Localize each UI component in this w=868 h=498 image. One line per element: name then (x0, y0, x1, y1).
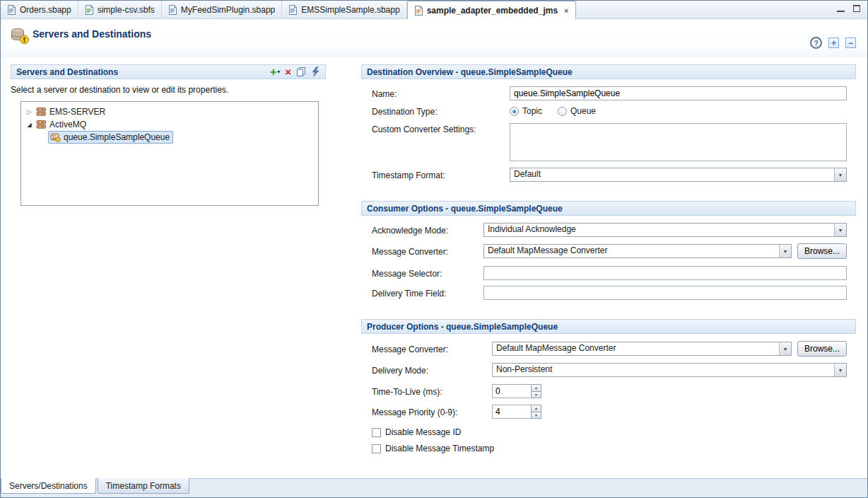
chevron-down-icon[interactable]: ▼ (834, 168, 846, 181)
destination-overview-section: Destination Overview - queue.SimpleSampl… (361, 64, 856, 182)
consumer-message-converter-label: Message Converter: (372, 245, 483, 257)
message-selector-label: Message Selector: (372, 267, 483, 279)
stepper-down-icon[interactable]: ▼ (531, 392, 541, 399)
chevron-down-icon[interactable]: ▼ (779, 342, 791, 355)
delete-button[interactable]: × (285, 67, 291, 77)
editor-page-tabs: Servers/Destinations Timestamp Formats (1, 478, 867, 497)
streambase-studio-window: Orders.sbapp simple-csv.sbfs MyFeedSimPl… (0, 0, 868, 498)
collapse-sections-icon[interactable]: − (845, 37, 856, 48)
time-to-live-label: Time-To-Live (ms): (372, 386, 492, 397)
message-priority-label: Message Priority (0-9): (372, 406, 492, 417)
stepper-up-icon[interactable]: ▲ (531, 405, 541, 412)
collapse-arrow-icon[interactable]: ◢ (25, 122, 33, 128)
tab-label: EMSSimpleSample.sbapp (301, 5, 399, 15)
panel-instruction: Select a server or destination to view o… (11, 85, 326, 95)
tree-item-label: EMS-SERVER (49, 107, 105, 117)
maximize-icon[interactable] (853, 5, 860, 12)
consumer-message-converter-dropdown[interactable]: Default MapMessage Converter ▼ (483, 244, 792, 258)
dropdown-value: Default MapMessage Converter (484, 245, 779, 257)
delivery-time-field-label: Delivery Time Field: (372, 287, 483, 299)
expand-arrow-icon[interactable]: ▷ (25, 108, 33, 115)
message-selector-input[interactable] (483, 266, 847, 280)
tab-myfeedsimplugin-sbapp[interactable]: MyFeedSimPlugin.sbapp (162, 1, 282, 18)
destination-overview-header: Destination Overview - queue.SimpleSampl… (361, 64, 856, 79)
acknowledge-mode-dropdown[interactable]: Individual Acknowledge ▼ (483, 223, 847, 237)
header-actions: ? + − (810, 37, 856, 49)
topic-radio[interactable] (510, 107, 519, 116)
tab-emssimplesample-sbapp[interactable]: EMSSimpleSample.sbapp (282, 1, 406, 18)
close-tab-icon[interactable]: × (564, 7, 568, 14)
queue-radio[interactable] (558, 107, 567, 116)
add-icon: + (270, 67, 276, 77)
selected-tree-item[interactable]: queue.SimpleSampleQueue (48, 131, 173, 144)
server-icon (36, 107, 47, 117)
copy-icon (296, 66, 306, 77)
destination-icon (50, 132, 61, 142)
disable-message-id-label: Disable Message ID (385, 427, 461, 437)
producer-browse-button[interactable]: Browse... (797, 341, 847, 357)
chevron-down-icon[interactable]: ▼ (834, 364, 846, 376)
copy-button[interactable] (296, 66, 306, 77)
tab-sample-adapter-embedded-jms[interactable]: sample_adapter_embedded_jms × (407, 1, 576, 19)
custom-converter-settings-label: Custom Converter Settings: (372, 123, 510, 134)
help-icon[interactable]: ? (810, 37, 822, 49)
producer-message-converter-dropdown[interactable]: Default MapMessage Converter ▼ (492, 342, 792, 356)
tab-label: Timestamp Formats (106, 481, 181, 491)
destination-type-label: Destination Type: (372, 105, 510, 117)
producer-options-section: Producer Options - queue.SimpleSampleQue… (361, 319, 856, 453)
timestamp-format-label: Timestamp Format: (372, 169, 510, 180)
lightning-icon (311, 66, 320, 77)
name-input[interactable] (510, 86, 847, 100)
dropdown-value: Default MapMessage Converter (493, 342, 779, 355)
sbapp-file-icon (288, 5, 298, 15)
tree-item-label: ActiveMQ (49, 120, 86, 129)
delivery-time-field-input[interactable] (483, 286, 847, 300)
tree-item-queue-simplesamplequeue[interactable]: queue.SimpleSampleQueue (21, 131, 318, 144)
sbapp-file-icon (7, 5, 16, 15)
tab-timestamp-formats[interactable]: Timestamp Formats (98, 478, 189, 494)
tab-simple-csv-sbfs[interactable]: simple-csv.sbfs (78, 1, 162, 18)
page-title: Servers and Destinations (33, 28, 151, 40)
minimize-icon[interactable] (837, 5, 845, 12)
section-title: Producer Options - queue.SimpleSampleQue… (367, 322, 558, 332)
expand-sections-icon[interactable]: + (828, 37, 839, 48)
tab-label: Orders.sbapp (20, 5, 71, 15)
tab-label: sample_adapter_embedded_jms (427, 6, 558, 16)
time-to-live-stepper[interactable]: ▲ ▼ (492, 384, 541, 398)
tab-orders-sbapp[interactable]: Orders.sbapp (1, 1, 78, 18)
stepper-down-icon[interactable]: ▼ (531, 412, 541, 419)
timestamp-format-dropdown[interactable]: Default ▼ (510, 168, 847, 182)
message-priority-input[interactable] (492, 405, 531, 419)
tree-item-ems-server[interactable]: ▷ EMS-SERVER (21, 105, 318, 118)
tree-item-activemq[interactable]: ◢ ActiveMQ (21, 118, 318, 131)
topic-radio-label: Topic (522, 106, 542, 116)
dropdown-value: Individual Acknowledge (484, 224, 834, 236)
queue-radio-label: Queue (570, 106, 596, 116)
chevron-down-icon[interactable]: ▼ (834, 224, 846, 236)
auto-configure-button[interactable] (311, 66, 320, 77)
properties-panel: Destination Overview - queue.SimpleSampl… (361, 64, 856, 461)
adapter-file-icon (414, 6, 423, 16)
servers-tree: ▷ EMS-SERVER ◢ ActiveMQ (20, 101, 319, 206)
consumer-options-section: Consumer Options - queue.SimpleSampleQue… (361, 201, 856, 300)
stepper-buttons: ▲ ▼ (531, 405, 541, 419)
consumer-browse-button[interactable]: Browse... (797, 243, 847, 259)
time-to-live-input[interactable] (492, 384, 531, 398)
add-server-button[interactable]: + ▾ (270, 67, 280, 77)
disable-message-id-checkbox[interactable] (372, 428, 381, 437)
tab-label: simple-csv.sbfs (98, 5, 155, 15)
stepper-up-icon[interactable]: ▲ (531, 384, 541, 392)
chevron-down-icon[interactable]: ▼ (779, 245, 791, 257)
name-label: Name: (372, 88, 510, 99)
custom-converter-settings-textarea[interactable] (510, 123, 847, 161)
add-menu-arrow-icon: ▾ (277, 69, 280, 75)
section-title: Destination Overview - queue.SimpleSampl… (367, 67, 573, 77)
producer-message-converter-label: Message Converter: (372, 343, 492, 354)
tab-label: Servers/Destinations (9, 481, 88, 491)
window-controls (837, 5, 860, 12)
delivery-mode-dropdown[interactable]: Non-Persistent ▼ (492, 363, 847, 377)
disable-message-timestamp-label: Disable Message Timestamp (385, 444, 494, 453)
message-priority-stepper[interactable]: ▲ ▼ (492, 405, 541, 419)
disable-message-timestamp-checkbox[interactable] (372, 444, 381, 453)
tab-servers-destinations[interactable]: Servers/Destinations (1, 478, 96, 494)
